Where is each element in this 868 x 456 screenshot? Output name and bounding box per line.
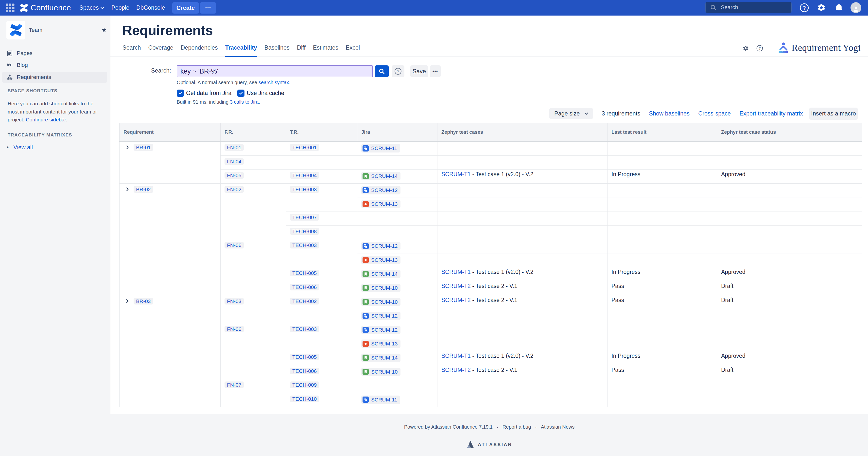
svg-text:?: ?: [758, 47, 761, 50]
svg-text:?: ?: [803, 5, 806, 10]
svg-text:?: ?: [397, 69, 399, 74]
